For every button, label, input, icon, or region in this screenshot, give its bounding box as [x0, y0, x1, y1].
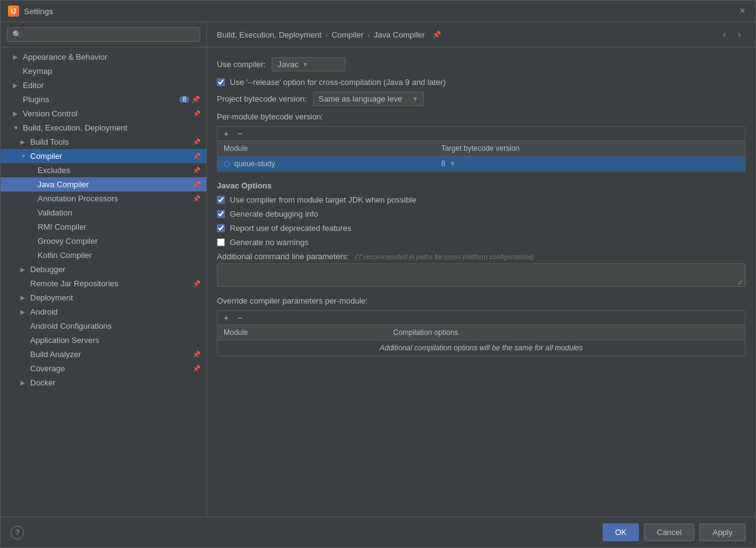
sidebar-item-debugger[interactable]: ▶ Debugger	[1, 262, 206, 276]
per-module-table: Module Target bytecode version ⬡ queue-s…	[217, 141, 745, 172]
cmd-params-input-container: ⤢	[217, 261, 746, 289]
cancel-button[interactable]: Cancel	[644, 523, 694, 541]
breadcrumb-part-3: Java Compiler	[374, 30, 425, 39]
close-button[interactable]: ×	[737, 6, 748, 17]
module-col-header: Module	[217, 141, 435, 156]
use-compiler-jdk-row: Use compiler from module target JDK when…	[217, 195, 746, 204]
report-deprecated-checkbox[interactable]	[217, 224, 225, 232]
remove-override-button[interactable]: −	[235, 313, 245, 322]
gen-debug-row: Generate debugging info	[217, 209, 746, 219]
cmd-params-input[interactable]	[217, 264, 746, 287]
release-checkbox[interactable]	[217, 78, 225, 86]
module-cell: ⬡ queue-study	[217, 156, 435, 172]
search-input[interactable]	[7, 27, 200, 42]
compiler-pin: 📌	[193, 153, 200, 159]
module-name: queue-study	[234, 159, 275, 168]
sidebar-item-android[interactable]: ▶ Android	[1, 305, 206, 319]
sidebar-item-java-compiler[interactable]: Java Compiler 📌	[1, 177, 206, 191]
help-button[interactable]: ?	[10, 526, 24, 539]
compiler-value: Javac	[277, 60, 298, 69]
pin-icon: 📌	[193, 110, 200, 117]
title-bar-left: IJ Settings	[8, 6, 53, 17]
sidebar-item-label: Build Analyzer	[30, 350, 81, 359]
java-compiler-pin: 📌	[193, 181, 200, 188]
pin-icon: 📌	[193, 153, 200, 159]
coverage-pin: 📌	[193, 365, 200, 372]
arrow-icon: ▶	[13, 54, 20, 60]
caret-icon: ▼	[302, 61, 308, 68]
sidebar-item-label: Build Tools	[30, 137, 69, 147]
sidebar-item-deployment[interactable]: ▶ Deployment	[1, 291, 206, 305]
arrow-icon: ▶	[13, 110, 20, 117]
sidebar-item-label: Keymap	[23, 66, 52, 76]
sidebar-item-version-control[interactable]: ▶ Version Control 📌	[1, 107, 206, 121]
arrow-icon: ▼	[13, 124, 20, 131]
bytecode-version-select[interactable]: Same as language leve ▼	[313, 92, 424, 106]
cmd-params-hint: ('/' recommended in paths for cross-plat…	[356, 253, 534, 260]
use-compiler-jdk-checkbox[interactable]	[217, 196, 225, 204]
remove-module-button[interactable]: −	[235, 129, 245, 138]
sidebar-item-label: Debugger	[30, 265, 65, 274]
plugins-badge: 8 📌	[179, 95, 200, 103]
sidebar-item-coverage[interactable]: Coverage 📌	[1, 361, 206, 376]
caret-icon: ▼	[412, 95, 418, 102]
ok-button[interactable]: OK	[603, 523, 639, 541]
sidebar-item-label: Editor	[23, 81, 44, 90]
compiler-select[interactable]: Javac ▼	[272, 57, 346, 71]
sidebar-item-excludes[interactable]: Excludes 📌	[1, 163, 206, 177]
app-icon: IJ	[8, 6, 19, 17]
sidebar-item-build-execution[interactable]: ▼ Build, Execution, Deployment	[1, 121, 206, 135]
sidebar-item-compiler[interactable]: ▼ Compiler 📌	[1, 149, 206, 163]
annotation-pin: 📌	[193, 195, 200, 202]
sidebar-item-app-servers[interactable]: Application Servers	[1, 333, 206, 347]
sidebar-item-label: Docker	[30, 378, 55, 387]
table-row[interactable]: ⬡ queue-study 8 ▼	[217, 156, 745, 172]
sidebar-item-groovy[interactable]: Groovy Compiler	[1, 234, 206, 248]
breadcrumb-sep-1: ›	[325, 30, 328, 39]
pin-icon: 📌	[193, 351, 200, 358]
sidebar-item-remote-jar[interactable]: Remote Jar Repositories 📌	[1, 276, 206, 291]
main-panel: Build, Execution, Deployment › Compiler …	[207, 22, 755, 517]
override-module-col: Module	[217, 325, 387, 340]
breadcrumb-part-1: Build, Execution, Deployment	[217, 30, 322, 39]
version-value: 8	[441, 159, 445, 168]
bytecode-version-row: Project bytecode version: Same as langua…	[217, 92, 746, 106]
gen-debug-checkbox[interactable]	[217, 210, 225, 218]
arrow-icon: ▶	[20, 266, 28, 273]
panel-body: Use compiler: Javac ▼ Use '--release' op…	[207, 47, 755, 517]
sidebar-item-plugins[interactable]: Plugins 8 📌	[1, 92, 206, 107]
gen-no-warn-row: Generate no warnings	[217, 238, 746, 247]
sidebar-item-annotation[interactable]: Annotation Processors 📌	[1, 191, 206, 206]
javac-section-label: Javac Options	[217, 181, 746, 190]
pin-icon: 📌	[193, 280, 200, 287]
sidebar-item-label: Appearance & Behavior	[23, 52, 107, 62]
arrow-icon: ▼	[20, 153, 28, 159]
nav-back-button[interactable]: ‹	[718, 28, 731, 41]
arrow-icon: ▶	[20, 294, 28, 301]
settings-dialog: IJ Settings × ▶ Appearance & Behavior Ke…	[0, 0, 756, 548]
arrow-icon: ▶	[20, 139, 28, 145]
apply-button[interactable]: Apply	[699, 523, 746, 541]
sidebar-item-build-analyzer[interactable]: Build Analyzer 📌	[1, 347, 206, 361]
sidebar-item-rmi[interactable]: RMI Compiler	[1, 220, 206, 234]
remote-pin: 📌	[193, 280, 200, 287]
version-caret: ▼	[449, 159, 457, 168]
sidebar-item-validation[interactable]: Validation	[1, 206, 206, 220]
sidebar-item-build-tools[interactable]: ▶ Build Tools 📌	[1, 135, 206, 149]
sidebar-item-label: Annotation Processors	[38, 194, 118, 203]
sidebar-item-appearance[interactable]: ▶ Appearance & Behavior	[1, 50, 206, 64]
add-module-button[interactable]: +	[221, 129, 231, 138]
sidebar-tree: ▶ Appearance & Behavior Keymap ▶ Editor …	[1, 47, 206, 517]
sidebar-item-keymap[interactable]: Keymap	[1, 64, 206, 78]
sidebar-item-label: Android	[30, 307, 58, 316]
gen-no-warn-checkbox[interactable]	[217, 238, 225, 246]
sidebar-item-label: Deployment	[30, 293, 73, 302]
sidebar-item-label: Android Configurations	[30, 321, 112, 331]
sidebar-item-docker[interactable]: ▶ Docker	[1, 376, 206, 390]
add-override-button[interactable]: +	[221, 313, 231, 322]
sidebar-item-android-config[interactable]: Android Configurations	[1, 319, 206, 333]
sidebar-item-kotlin[interactable]: Kotlin Compiler	[1, 248, 206, 262]
nav-forward-button[interactable]: ›	[733, 28, 746, 41]
release-label: Use '--release' option for cross-compila…	[230, 78, 445, 87]
sidebar-item-editor[interactable]: ▶ Editor	[1, 78, 206, 92]
